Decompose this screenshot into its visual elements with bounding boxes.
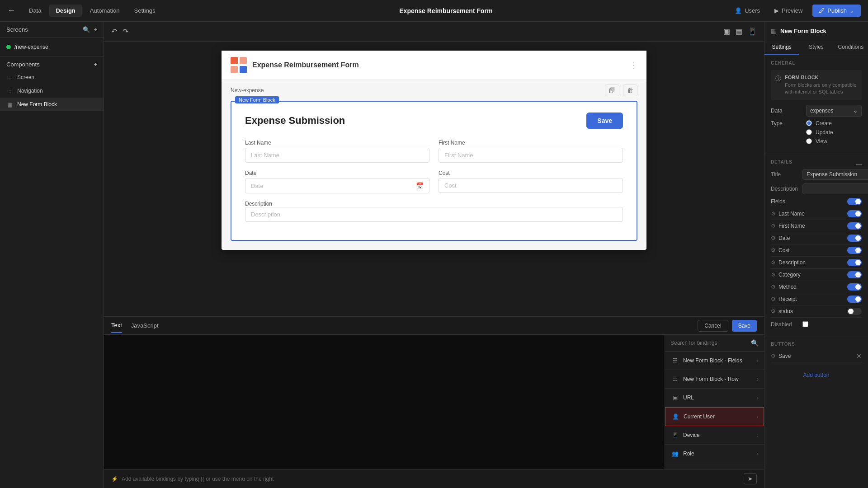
binding-item-form-fields[interactable]: ☰ New Form Block - Fields › (665, 352, 764, 370)
tablet-view-button[interactable]: ▤ (736, 27, 742, 36)
type-view[interactable]: View (806, 138, 833, 145)
remove-button-icon[interactable]: ✕ (856, 352, 862, 360)
fields-list: ⚙ Last Name ⚙ First Name ⚙ Date ⚙ Cost (771, 208, 862, 318)
component-screen[interactable]: ▭ Screen (0, 70, 104, 84)
svg-rect-0 (231, 57, 238, 64)
cost-input[interactable]: Cost (439, 178, 623, 193)
gear-icon[interactable]: ⚙ (771, 284, 776, 290)
tab-javascript[interactable]: JavaScript (131, 319, 159, 333)
add-button-link[interactable]: Add button (803, 372, 829, 378)
data-select-input[interactable]: expenses ⌄ (806, 105, 862, 117)
navigation-component-icon: ≡ (6, 87, 14, 94)
receipt-toggle[interactable] (847, 296, 862, 303)
nav-tab-design[interactable]: Design (49, 5, 81, 17)
canvas-menu-icon[interactable]: ⋮ (629, 60, 637, 70)
chevron-right-icon: › (757, 358, 759, 363)
binding-item-device[interactable]: 📱 Device › (665, 426, 764, 445)
toolbar-left: ↶ ↷ (111, 27, 128, 36)
component-navigation[interactable]: ≡ Navigation (0, 84, 104, 98)
component-new-form-block[interactable]: ▦ New Form Block (0, 98, 104, 111)
tab-styles[interactable]: Styles (799, 40, 833, 55)
binding-item-role[interactable]: 👥 Role › (665, 445, 764, 463)
delete-button[interactable]: 🗑 (623, 84, 637, 96)
screen-item-label: /new-expense (14, 44, 48, 50)
last-name-input[interactable]: Last Name (245, 148, 429, 163)
description-input[interactable] (802, 183, 868, 194)
preview-button[interactable]: ▶ Preview (770, 5, 807, 17)
publish-button[interactable]: 🖊 Publish ⌄ (812, 5, 861, 17)
category-toggle[interactable] (847, 271, 862, 278)
title-row: Title ⚡ (771, 169, 862, 180)
gear-icon[interactable]: ⚙ (771, 247, 776, 253)
copy-button[interactable]: 🗐 (605, 84, 619, 96)
gear-icon[interactable]: ⚙ (771, 235, 776, 241)
binding-item-url[interactable]: ▣ URL › (665, 389, 764, 407)
add-button-row: Add button (764, 367, 868, 383)
buttons-label: BUTTONS (771, 342, 862, 347)
first-name-toggle[interactable] (847, 222, 862, 230)
redo-button[interactable]: ↷ (123, 27, 128, 36)
desktop-view-button[interactable]: ▣ (723, 27, 730, 36)
tab-settings[interactable]: Settings (764, 40, 799, 55)
canvas-toolbar: ↶ ↷ ▣ ▤ 📱 (104, 22, 764, 42)
gear-icon[interactable]: ⚙ (771, 308, 776, 314)
nav-tab-automation[interactable]: Automation (84, 5, 126, 17)
form-save-button[interactable]: Save (586, 113, 623, 129)
status-toggle[interactable] (847, 308, 862, 315)
description-toggle[interactable] (847, 259, 862, 266)
bottom-footer: ⚡ Add available bindings by typing {{ or… (104, 469, 764, 488)
center-area: ↶ ↷ ▣ ▤ 📱 Expense Reimbursemen (104, 22, 764, 488)
gear-icon[interactable]: ⚙ (771, 223, 776, 229)
user-icon: 👤 (671, 412, 680, 421)
data-select[interactable]: expenses ⌄ (806, 105, 862, 117)
disabled-row: Disabled (771, 321, 862, 328)
search-icon[interactable]: 🔍 (83, 26, 90, 33)
nav-tab-settings[interactable]: Settings (128, 5, 162, 17)
users-button[interactable]: 👤 Users (730, 5, 764, 17)
screen-status-dot (6, 45, 11, 49)
canvas-area: Expense Reimbursement Form ⋮ New-expense… (104, 42, 764, 316)
type-update[interactable]: Update (806, 129, 833, 136)
gear-icon[interactable]: ⚙ (771, 211, 776, 217)
last-name-toggle[interactable] (847, 210, 862, 217)
add-component-icon[interactable]: + (94, 61, 97, 68)
description-value: ⚡ (802, 183, 868, 194)
details-label: DETAILS (771, 160, 793, 164)
field-date: ⚙ Date (771, 232, 862, 244)
cancel-button[interactable]: Cancel (698, 320, 728, 332)
back-button[interactable]: ← (7, 6, 15, 15)
binding-item-helpers[interactable]: 🔧 Helpers › (665, 463, 764, 469)
binding-item-current-user[interactable]: 👤 Current User › (665, 407, 764, 426)
date-toggle[interactable] (847, 235, 862, 242)
first-name-input[interactable]: First Name (439, 148, 623, 163)
main-layout: Screens 🔍 + /new-expense Components + ▭ … (0, 22, 868, 488)
gear-icon[interactable]: ⚙ (771, 259, 776, 266)
add-screen-icon[interactable]: + (94, 26, 97, 33)
nav-tab-data[interactable]: Data (23, 5, 47, 17)
screen-item-new-expense[interactable]: /new-expense (0, 41, 104, 53)
gear-icon[interactable]: ⚙ (771, 272, 776, 278)
fields-master-toggle[interactable] (847, 198, 862, 205)
first-name-field: First Name First Name (439, 140, 623, 163)
disabled-checkbox[interactable] (802, 321, 808, 327)
details-collapse-icon[interactable]: — (856, 161, 862, 167)
description-input[interactable]: Description (245, 207, 623, 222)
code-editor[interactable] (104, 335, 665, 469)
bottom-tab-actions: Cancel Save (698, 320, 757, 332)
mobile-view-button[interactable]: 📱 (748, 27, 757, 36)
cost-toggle[interactable] (847, 247, 862, 254)
binding-save-button[interactable]: Save (732, 320, 757, 332)
tab-conditions[interactable]: Conditions (834, 40, 868, 55)
gear-icon[interactable]: ⚙ (771, 296, 776, 302)
undo-button[interactable]: ↶ (111, 27, 117, 36)
title-input[interactable] (802, 169, 868, 180)
tab-text[interactable]: Text (111, 318, 122, 333)
binding-item-form-row[interactable]: ☷ New Form Block - Row › (665, 370, 764, 389)
bindings-search-input[interactable] (670, 340, 747, 346)
date-input[interactable]: Date 📅 (245, 178, 429, 193)
breadcrumb-actions: 🗐 🗑 (605, 84, 637, 96)
button-gear-icon[interactable]: ⚙ (771, 353, 776, 359)
type-create[interactable]: Create (806, 120, 833, 127)
submit-binding-button[interactable]: ➤ (744, 473, 757, 484)
method-toggle[interactable] (847, 283, 862, 291)
